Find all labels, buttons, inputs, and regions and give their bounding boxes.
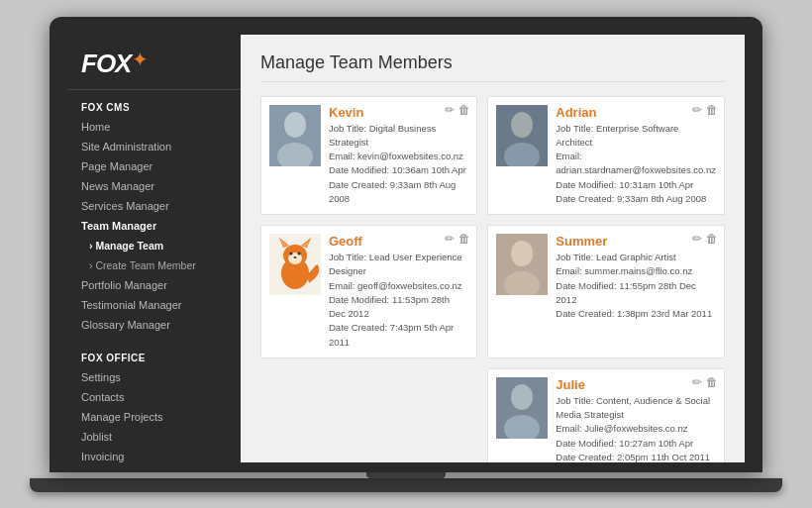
julie-avatar-svg — [496, 377, 548, 439]
edit-icon-julie[interactable]: ✏ — [692, 375, 702, 389]
member-card-adrian: Adrian Job Title: Enterprise Software Ar… — [487, 96, 725, 216]
member-info-julie: Julie Job Title: Content, Audience & Soc… — [556, 377, 716, 462]
member-avatar-julie — [496, 377, 548, 439]
delete-icon-summer[interactable]: 🗑 — [706, 232, 718, 246]
member-detail-julie: Job Title: Content, Audience & Social Me… — [556, 394, 716, 462]
member-actions-julie: ✏ 🗑 — [692, 375, 718, 389]
sidebar: FOX ✦ FOX CMS Home Site Administration P… — [67, 35, 241, 462]
edit-icon-kevin[interactable]: ✏ — [445, 103, 455, 117]
member-avatar-adrian — [496, 105, 548, 166]
svg-point-16 — [294, 256, 297, 258]
sidebar-item-manage-projects[interactable]: Manage Projects — [67, 407, 241, 427]
edit-icon-geoff[interactable]: ✏ — [445, 232, 455, 246]
sidebar-item-news-manager[interactable]: News Manager — [67, 176, 241, 196]
sidebar-item-site-admin[interactable]: Site Administration — [67, 137, 241, 156]
member-avatar-kevin — [269, 105, 321, 166]
sidebar-item-manage-team[interactable]: › Manage Team — [67, 236, 241, 255]
page-title: Manage Team Members — [260, 52, 725, 82]
member-card-geoff: Geoff Job Title: Lead User Experience De… — [260, 225, 477, 358]
svg-point-4 — [511, 112, 533, 138]
member-actions-geoff: ✏ 🗑 — [445, 232, 470, 246]
sidebar-item-testimonial-manager[interactable]: Testimonial Manager — [67, 295, 241, 315]
office-section-title: FOX Office — [67, 347, 241, 367]
sidebar-item-home[interactable]: Home — [67, 117, 241, 137]
geoff-fox-avatar-svg — [269, 234, 321, 295]
edit-icon-summer[interactable]: ✏ — [692, 232, 702, 246]
laptop-screen-bezel: FOX ✦ FOX CMS Home Site Administration P… — [50, 17, 762, 472]
laptop-screen: FOX ✦ FOX CMS Home Site Administration P… — [67, 35, 745, 462]
cms-section-title: FOX CMS — [67, 96, 241, 117]
member-info-adrian: Adrian Job Title: Enterprise Software Ar… — [556, 105, 716, 207]
svg-point-15 — [298, 253, 301, 255]
member-actions-kevin: ✏ 🗑 — [445, 103, 470, 117]
edit-icon-adrian[interactable]: ✏ — [692, 103, 702, 117]
sidebar-item-services-manager[interactable]: Services Manager — [67, 196, 241, 216]
laptop-notch — [366, 472, 446, 478]
delete-icon-geoff[interactable]: 🗑 — [458, 232, 470, 246]
member-info-geoff: Geoff Job Title: Lead User Experience De… — [329, 234, 468, 350]
main-content: Manage Team Members Kevin — [241, 35, 745, 462]
member-avatar-summer — [496, 234, 548, 295]
summer-avatar-svg — [496, 234, 548, 295]
sidebar-item-team-manager[interactable]: Team Manager — [67, 216, 241, 236]
members-grid: Kevin Job Title: Digital Business Strate… — [260, 96, 725, 462]
member-detail-kevin: Job Title: Digital Business Strategist E… — [329, 122, 468, 207]
svg-point-18 — [511, 241, 533, 266]
sidebar-item-create-team-member[interactable]: › Create Team Member — [67, 255, 241, 275]
member-detail-adrian: Job Title: Enterprise Software Architect… — [556, 122, 716, 207]
adrian-avatar-svg — [496, 105, 548, 166]
member-detail-geoff: Job Title: Lead User Experience Designer… — [329, 251, 468, 350]
laptop-wrapper: FOX ✦ FOX CMS Home Site Administration P… — [30, 17, 782, 492]
member-card-summer: Summer Job Title: Lead Graphic Artist Em… — [487, 225, 725, 358]
member-detail-summer: Job Title: Lead Graphic Artist Email: su… — [556, 251, 716, 321]
member-actions-adrian: ✏ 🗑 — [692, 103, 718, 117]
delete-icon-adrian[interactable]: 🗑 — [706, 103, 718, 117]
sidebar-item-contacts[interactable]: Contacts — [67, 387, 241, 407]
laptop-base — [30, 478, 782, 492]
member-card-kevin: Kevin Job Title: Digital Business Strate… — [260, 96, 477, 216]
sidebar-item-glossary-manager[interactable]: Glossary Manager — [67, 315, 241, 335]
sidebar-item-invoicing[interactable]: Invoicing — [67, 447, 241, 462]
fox-tail-icon: ✦ — [132, 48, 149, 71]
svg-point-21 — [511, 384, 533, 410]
sidebar-item-joblist[interactable]: Joblist — [67, 427, 241, 447]
sidebar-item-page-manager[interactable]: Page Manager — [67, 156, 241, 176]
member-info-summer: Summer Job Title: Lead Graphic Artist Em… — [556, 234, 716, 321]
member-card-julie: Julie Job Title: Content, Audience & Soc… — [487, 368, 725, 462]
delete-icon-julie[interactable]: 🗑 — [706, 375, 718, 389]
sidebar-item-portfolio-manager[interactable]: Portfolio Manager — [67, 275, 241, 295]
member-avatar-geoff — [269, 234, 321, 295]
member-actions-summer: ✏ 🗑 — [692, 232, 718, 246]
logo-text: FOX — [81, 49, 131, 79]
sidebar-logo: FOX ✦ — [67, 35, 241, 90]
kevin-avatar-svg — [269, 105, 321, 166]
svg-point-1 — [284, 112, 306, 138]
svg-point-14 — [290, 253, 293, 255]
delete-icon-kevin[interactable]: 🗑 — [458, 103, 470, 117]
member-info-kevin: Kevin Job Title: Digital Business Strate… — [329, 105, 468, 207]
sidebar-item-settings[interactable]: Settings — [67, 367, 241, 387]
